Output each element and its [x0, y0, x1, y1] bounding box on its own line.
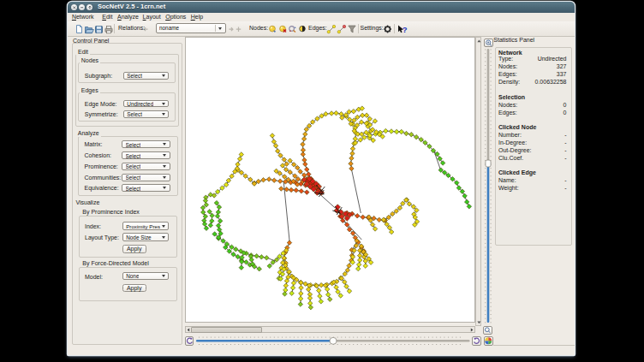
svg-text:?: ?: [402, 25, 408, 34]
